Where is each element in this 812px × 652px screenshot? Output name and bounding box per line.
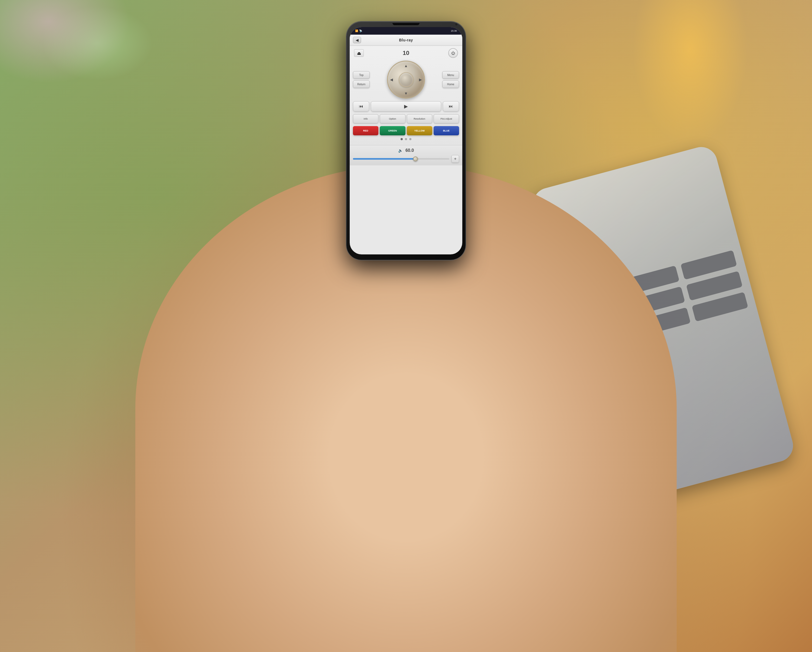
page-dot-1[interactable]	[401, 138, 403, 140]
signal-icon: 📡	[359, 29, 362, 32]
dpad-circle: ▲ ▼ ◀ ▶	[387, 61, 425, 99]
play-button[interactable]: ▶	[371, 101, 441, 111]
wifi-icon: 📶	[355, 29, 358, 32]
volume-slider-track[interactable]	[353, 158, 449, 160]
status-time: 15:30	[451, 29, 457, 32]
volume-display-row: 🔈 60.0	[353, 148, 459, 153]
volume-icon: 🔈	[398, 148, 403, 153]
dpad-left[interactable]: ◀	[390, 78, 393, 82]
phone-shell: 📶 📡 15:30 ◀ Blu-ray ⏏ 10 ⏻	[346, 21, 466, 260]
app-header: ◀ Blu-ray	[350, 35, 462, 46]
camera-dot	[455, 23, 458, 26]
dpad-up[interactable]: ▲	[404, 64, 408, 68]
prev-button[interactable]: ⏮	[353, 101, 369, 111]
page-dot-2[interactable]	[405, 138, 407, 140]
blue-button[interactable]: BLUE	[433, 126, 459, 135]
background-flowers	[0, 0, 162, 108]
volume-slider-thumb[interactable]	[413, 156, 418, 161]
phone: 📶 📡 15:30 ◀ Blu-ray ⏏ 10 ⏻	[346, 21, 466, 260]
phone-screen: 📶 📡 15:30 ◀ Blu-ray ⏏ 10 ⏻	[350, 27, 462, 254]
next-button[interactable]: ⏭	[443, 101, 459, 111]
dpad-section: Top Return ▲ ▼ ◀ ▶ Menu Home	[353, 61, 459, 99]
resolution-button[interactable]: Resolution	[407, 114, 432, 124]
dpad-center[interactable]	[399, 72, 414, 87]
volume-slider-row: +	[353, 155, 459, 163]
page-dots	[353, 138, 459, 140]
menu-button[interactable]: Menu	[442, 71, 459, 79]
left-nav-buttons: Top Return	[353, 71, 370, 88]
top-controls-row: ⏏ 10 ⏻	[353, 48, 459, 58]
status-bar: 📶 📡 15:30	[350, 27, 462, 35]
eject-button[interactable]: ⏏	[354, 49, 364, 57]
status-left-icons: 📶 📡	[355, 29, 362, 32]
channel-display: 10	[403, 49, 409, 56]
green-button[interactable]: GREEN	[380, 126, 405, 135]
volume-plus-button[interactable]: +	[452, 155, 459, 163]
pict-adjust-button[interactable]: Pict.Adjust	[433, 114, 459, 124]
info-button[interactable]: Info	[353, 114, 379, 124]
playback-row: ⏮ ▶ ⏭	[353, 101, 459, 111]
power-button[interactable]: ⏻	[448, 48, 458, 58]
back-button[interactable]: ◀	[353, 37, 361, 43]
app-title: Blu-ray	[399, 38, 413, 42]
remote-content: ⏏ 10 ⏻ Top Return ▲ ▼ ◀	[350, 46, 462, 145]
home-button[interactable]: Home	[442, 80, 459, 88]
dpad-right[interactable]: ▶	[419, 78, 422, 82]
right-nav-buttons: Menu Home	[442, 71, 459, 88]
red-button[interactable]: RED	[353, 126, 379, 135]
page-dot-3[interactable]	[409, 138, 411, 140]
return-button[interactable]: Return	[353, 80, 370, 88]
function-buttons-row: Info Option Resolution Pict.Adjust	[353, 114, 459, 124]
color-buttons-row: RED GREEN YELLOW BLUE	[353, 126, 459, 135]
dpad-down[interactable]: ▼	[404, 91, 408, 96]
background-lamp	[623, 0, 758, 162]
option-button[interactable]: Option	[380, 114, 405, 124]
volume-value: 60.0	[406, 148, 414, 153]
top-button[interactable]: Top	[353, 71, 370, 79]
volume-section: 🔈 60.0 +	[350, 145, 462, 165]
yellow-button[interactable]: YELLOW	[407, 126, 432, 135]
notch	[392, 23, 420, 25]
